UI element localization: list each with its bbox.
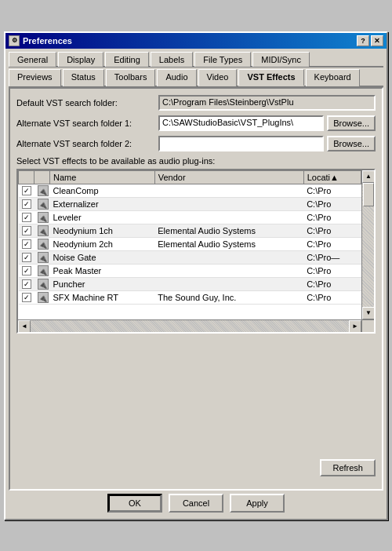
plugin-icon-cell: 🔌 xyxy=(34,224,50,237)
scroll-down-button[interactable]: ▼ xyxy=(362,307,375,319)
tab-general[interactable]: General xyxy=(9,52,56,67)
tab-status[interactable]: Status xyxy=(63,69,104,86)
title-bar-left: ⚙ Preferences xyxy=(9,35,72,46)
tab-vsteffects[interactable]: VST Effects xyxy=(238,69,303,86)
plugin-name: Noise Gate xyxy=(50,250,155,264)
plugin-location: C:\Pro xyxy=(303,224,361,237)
alt1-label: Alternate VST search folder 1: xyxy=(16,119,154,128)
plugin-icon-cell: 🔌 xyxy=(34,184,50,197)
table-row[interactable]: ✓🔌PuncherC:\Pro xyxy=(19,277,361,290)
row-checkbox[interactable]: ✓ xyxy=(19,224,34,237)
cancel-button[interactable]: Cancel xyxy=(169,494,223,513)
checkbox-icon: ✓ xyxy=(22,239,31,249)
ok-button[interactable]: OK xyxy=(107,494,162,513)
close-button[interactable]: ✕ xyxy=(371,35,383,46)
plugin-name: SFX Machine RT xyxy=(50,290,155,304)
alt1-input[interactable]: C:\SAWStudioBasic\VST_PlugIns\ xyxy=(158,115,324,131)
plugin-name: Peak Master xyxy=(50,264,155,277)
plugin-icon-cell: 🔌 xyxy=(34,264,50,277)
window-title: Preferences xyxy=(23,36,72,46)
plugin-icon: 🔌 xyxy=(38,225,49,236)
tab-editing[interactable]: Editing xyxy=(105,52,149,67)
tab-filetypes[interactable]: File Types xyxy=(194,52,251,67)
checkbox-icon: ✓ xyxy=(22,293,31,302)
help-button[interactable]: ? xyxy=(357,35,369,46)
table-row[interactable]: ✓🔌LevelerC:\Pro xyxy=(19,210,361,224)
table-row[interactable]: ✓🔌ExternalizerC:\Pro xyxy=(19,197,361,210)
vst-table-body: ✓🔌CleanCompC:\Pro✓🔌ExternalizerC:\Pro✓🔌L… xyxy=(19,184,361,304)
table-row[interactable]: ✓🔌CleanCompC:\Pro xyxy=(19,184,361,197)
refresh-row: Refresh xyxy=(16,459,376,476)
alt1-browse-button[interactable]: Browse... xyxy=(327,115,376,131)
tab-audio[interactable]: Audio xyxy=(157,69,196,86)
plugin-icon-cell: 🔌 xyxy=(34,250,50,264)
plugin-icon: 🔌 xyxy=(38,212,49,223)
row-checkbox[interactable]: ✓ xyxy=(19,197,34,210)
plugin-vendor: The Sound Guy, Inc. xyxy=(154,290,303,304)
plugin-vendor xyxy=(154,184,303,197)
tab-previews[interactable]: Previews xyxy=(9,69,61,86)
checkbox-icon: ✓ xyxy=(22,279,31,289)
tab-display[interactable]: Display xyxy=(58,52,103,67)
section-label: Select VST effects to be available as au… xyxy=(16,156,376,166)
tab-labels[interactable]: Labels xyxy=(151,52,193,67)
scrollbar-corner xyxy=(361,319,374,332)
vscroll[interactable]: ▲ ▼ xyxy=(361,170,374,319)
table-row[interactable]: ✓🔌Peak MasterC:\Pro xyxy=(19,264,361,277)
plugin-name: Neodynium 1ch xyxy=(50,224,155,237)
row-checkbox[interactable]: ✓ xyxy=(19,250,34,264)
plugin-icon: 🔌 xyxy=(38,292,49,303)
col-check xyxy=(19,170,34,184)
plugin-icon-cell: 🔌 xyxy=(34,277,50,290)
title-bar: ⚙ Preferences ? ✕ xyxy=(5,33,387,49)
tab-midisync[interactable]: MIDI/Sync xyxy=(252,52,310,67)
table-row[interactable]: ✓🔌Neodynium 2chElemental Audio SystemsC:… xyxy=(19,237,361,250)
row-checkbox[interactable]: ✓ xyxy=(19,290,34,304)
scroll-thumb-v[interactable] xyxy=(363,183,374,206)
plugin-vendor: Elemental Audio Systems xyxy=(154,224,303,237)
row-checkbox[interactable]: ✓ xyxy=(19,237,34,250)
plugin-icon: 🔌 xyxy=(38,199,49,210)
plugin-location: C:\Pro xyxy=(303,237,361,250)
hscroll[interactable]: ◄ ► xyxy=(18,319,361,332)
scroll-left-button[interactable]: ◄ xyxy=(18,320,31,333)
row-checkbox[interactable]: ✓ xyxy=(19,210,34,224)
row-checkbox[interactable]: ✓ xyxy=(19,264,34,277)
default-vst-row: Default VST search folder: C:\Program Fi… xyxy=(16,95,376,111)
main-panel: Default VST search folder: C:\Program Fi… xyxy=(9,87,383,491)
scroll-up-button[interactable]: ▲ xyxy=(362,170,375,183)
apply-button[interactable]: Apply xyxy=(230,494,285,513)
row-checkbox[interactable]: ✓ xyxy=(19,184,34,197)
window-icon: ⚙ xyxy=(9,35,20,46)
plugin-icon-cell: 🔌 xyxy=(34,197,50,210)
col-location: Locati▲ xyxy=(303,170,361,184)
vst-table: Name Vendor Locati▲ ✓🔌CleanCompC:\Pro✓🔌E… xyxy=(18,170,361,305)
plugin-name: Leveler xyxy=(50,210,155,224)
table-row[interactable]: ✓🔌Noise GateC:\Pro— xyxy=(19,250,361,264)
table-row[interactable]: ✓🔌SFX Machine RTThe Sound Guy, Inc.C:\Pr… xyxy=(19,290,361,304)
checkbox-icon: ✓ xyxy=(22,186,31,195)
scroll-track-v xyxy=(362,183,374,307)
tabs-row1: General Display Editing Labels File Type… xyxy=(9,52,383,68)
checkbox-icon: ✓ xyxy=(22,253,31,262)
col-vendor: Vendor xyxy=(154,170,303,184)
refresh-button[interactable]: Refresh xyxy=(320,459,376,476)
row-checkbox[interactable]: ✓ xyxy=(19,277,34,290)
tab-toolbars[interactable]: Toolbars xyxy=(106,69,156,86)
table-row[interactable]: ✓🔌Neodynium 1chElemental Audio SystemsC:… xyxy=(19,224,361,237)
scroll-right-button[interactable]: ► xyxy=(349,320,361,333)
plugin-vendor xyxy=(154,264,303,277)
ok-cancel-row: OK Cancel Apply xyxy=(9,491,383,516)
alt2-browse-button[interactable]: Browse... xyxy=(327,136,376,151)
alt2-row: Alternate VST search folder 2: Browse... xyxy=(16,136,376,151)
plugin-name: Externalizer xyxy=(50,197,155,210)
plugin-vendor xyxy=(154,197,303,210)
scroll-track-h xyxy=(31,320,349,332)
checkbox-icon: ✓ xyxy=(22,199,31,209)
plugin-location: C:\Pro— xyxy=(303,250,361,264)
tab-video[interactable]: Video xyxy=(198,69,238,86)
alt2-input[interactable] xyxy=(158,136,324,151)
preferences-window: ⚙ Preferences ? ✕ General Display Editin… xyxy=(4,31,388,520)
checkbox-icon: ✓ xyxy=(22,213,31,222)
tab-keyboard[interactable]: Keyboard xyxy=(306,69,360,86)
